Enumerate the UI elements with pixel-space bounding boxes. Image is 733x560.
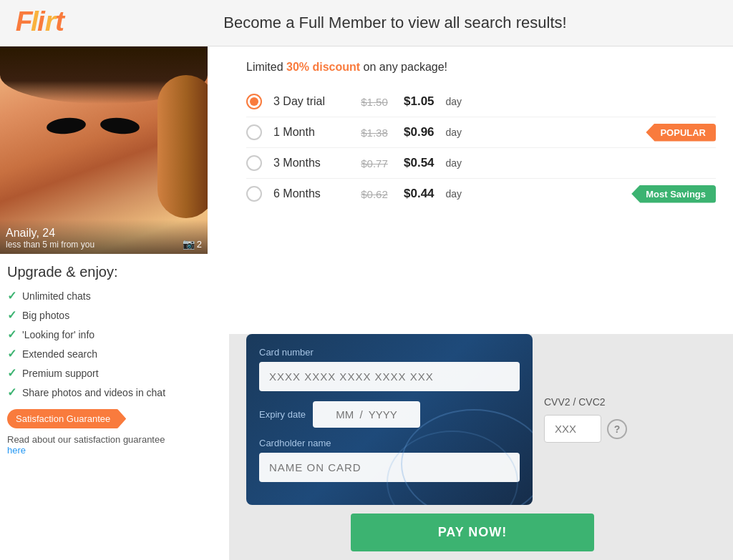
radio-3day[interactable] xyxy=(246,94,262,109)
profile-name: Anaily, 24 xyxy=(6,227,202,240)
plan-day-6months: day xyxy=(446,188,462,200)
cvv-label: CVV2 / CVC2 xyxy=(544,396,606,408)
plan-new-3day: $1.05 xyxy=(404,94,435,109)
camera-icon: 📷 xyxy=(183,238,195,250)
plan-new-1month: $0.96 xyxy=(404,125,435,139)
list-item: ✓'Looking for' info xyxy=(7,328,222,341)
upgrade-section: Upgrade & enjoy: ✓Unlimited chats ✓Big p… xyxy=(0,254,229,463)
cardholder-label: Cardholder name xyxy=(259,438,520,448)
cvv-row: ? xyxy=(544,415,627,443)
check-icon: ✓ xyxy=(7,366,16,380)
feature-list: ✓Unlimited chats ✓Big photos ✓'Looking f… xyxy=(7,289,222,399)
expiry-input[interactable] xyxy=(313,401,420,428)
profile-photo-count: 📷 2 xyxy=(183,238,202,250)
plan-name-3day: 3 Day trial xyxy=(273,95,345,108)
savings-badge: Most Savings xyxy=(631,185,716,203)
check-icon: ✓ xyxy=(7,328,16,341)
plan-name-3months: 3 Months xyxy=(273,157,345,170)
check-icon: ✓ xyxy=(7,308,16,322)
plan-name-6months: 6 Months xyxy=(273,187,345,200)
upgrade-title: Upgrade & enjoy: xyxy=(7,264,222,280)
check-icon: ✓ xyxy=(7,347,16,360)
plan-new-6months: $0.44 xyxy=(404,187,435,201)
plan-row-6months[interactable]: 6 Months $0.62 $0.44 day Most Savings xyxy=(246,179,716,209)
list-item: ✓Share photos and videos in chat xyxy=(7,385,222,399)
payment-section: Card number Expiry date Cardholder name … xyxy=(229,334,733,505)
plan-name-1month: 1 Month xyxy=(273,126,345,139)
plan-day-1month: day xyxy=(446,127,462,138)
expiry-label: Expiry date xyxy=(259,409,306,420)
list-item: ✓Extended search xyxy=(7,347,222,360)
plan-row-3day[interactable]: 3 Day trial $1.50 $1.05 day xyxy=(246,87,716,117)
plan-original-3day: $1.50 xyxy=(356,96,392,108)
header: F l i r t Become a Full Member to view a… xyxy=(0,0,733,46)
satisfaction-text-below: Read about our satisfaction guarantee he… xyxy=(7,434,222,456)
payment-card: Card number Expiry date Cardholder name xyxy=(246,334,533,505)
main-layout: Anaily, 24 less than 5 mi from you 📷 2 U… xyxy=(0,46,733,560)
radio-3months[interactable] xyxy=(246,155,262,171)
profile-overlay: Anaily, 24 less than 5 mi from you xyxy=(0,220,208,254)
list-item: ✓Big photos xyxy=(7,308,222,322)
cvv-help-icon[interactable]: ? xyxy=(607,419,627,439)
cvv-input[interactable] xyxy=(544,415,601,443)
cvv-section: CVV2 / CVC2 ? xyxy=(533,334,639,505)
list-item: ✓Premium support xyxy=(7,366,222,380)
radio-1month[interactable] xyxy=(246,124,262,140)
header-title: Become a Full Member to view all search … xyxy=(72,14,719,32)
pay-button-row: PAY NOW! xyxy=(229,505,733,560)
plan-original-1month: $1.38 xyxy=(356,127,392,139)
plan-day-3day: day xyxy=(446,96,462,107)
svg-text:t: t xyxy=(55,6,66,36)
list-item: ✓Unlimited chats xyxy=(7,289,222,303)
pay-button[interactable]: PAY NOW! xyxy=(351,514,594,551)
plan-day-3months: day xyxy=(446,157,462,169)
card-number-label: Card number xyxy=(259,347,520,358)
plan-row-1month[interactable]: 1 Month $1.38 $0.96 day POPULAR xyxy=(246,117,716,148)
plan-original-6months: $0.62 xyxy=(356,188,392,200)
profile-distance: less than 5 mi from you xyxy=(6,240,202,250)
satisfaction-badge[interactable]: Satisfaction Guarantee xyxy=(7,409,126,428)
radio-6months[interactable] xyxy=(246,186,262,202)
cardholder-input[interactable] xyxy=(259,453,520,482)
card-number-input[interactable] xyxy=(259,362,520,391)
right-panel: Limited 30% discount on any package! 3 D… xyxy=(229,46,733,560)
profile-image: Anaily, 24 less than 5 mi from you 📷 2 xyxy=(0,46,208,254)
pricing-section: Limited 30% discount on any package! 3 D… xyxy=(229,46,733,334)
left-panel: Anaily, 24 less than 5 mi from you 📷 2 U… xyxy=(0,46,229,560)
popular-badge: POPULAR xyxy=(646,124,716,142)
logo: F l i r t xyxy=(14,2,72,44)
check-icon: ✓ xyxy=(7,289,16,303)
satisfaction-link[interactable]: here xyxy=(7,445,26,456)
plan-new-3months: $0.54 xyxy=(404,156,435,170)
discount-label: Limited 30% discount on any package! xyxy=(246,61,716,74)
check-icon: ✓ xyxy=(7,385,16,399)
expiry-row: Expiry date xyxy=(259,401,520,428)
plan-row-3months[interactable]: 3 Months $0.77 $0.54 day xyxy=(246,148,716,179)
plan-original-3months: $0.77 xyxy=(356,157,392,170)
